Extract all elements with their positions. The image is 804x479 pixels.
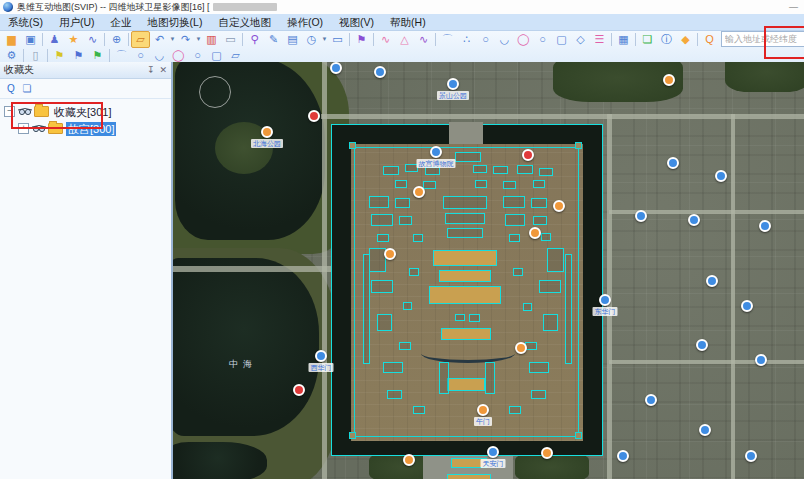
placemark-person-icon[interactable]: ⚲: [245, 31, 264, 48]
dropdown-caret-icon[interactable]: ▼: [195, 36, 202, 42]
map-canvas[interactable]: 中海 故宫博物院景山公园北海公园午门西华门东华门天安门: [173, 62, 804, 479]
curve-purple-icon[interactable]: ∿: [414, 31, 433, 48]
area-select-icon[interactable]: ▱: [131, 31, 150, 48]
menu-item-7[interactable]: 帮助(H): [382, 14, 434, 30]
curve-tool-icon[interactable]: ⌒: [112, 47, 131, 64]
poi-marker-blue[interactable]: [699, 424, 711, 436]
poi-marker-blue[interactable]: [696, 339, 708, 351]
pin-yellow-icon[interactable]: ⚑: [50, 47, 69, 64]
arc2-icon[interactable]: ◡: [495, 31, 514, 48]
settings-gear-icon[interactable]: ⚙: [2, 47, 21, 64]
poi-marker-orange[interactable]: [403, 454, 415, 466]
panel-layers-icon[interactable]: ❏: [19, 81, 35, 96]
poi-marker-orange[interactable]: [529, 227, 541, 239]
poi-marker-red[interactable]: [293, 384, 305, 396]
redo-icon[interactable]: ↷: [176, 31, 195, 48]
info-icon[interactable]: ⓘ: [657, 31, 676, 48]
poi-marker-orange[interactable]: [663, 74, 675, 86]
corner-tower-nw: [349, 142, 356, 149]
poi-marker-blue[interactable]: [759, 220, 771, 232]
poi-marker-blue[interactable]: [745, 450, 757, 462]
ellipse-tool-icon[interactable]: ◯: [169, 47, 188, 64]
poi-marker-orange[interactable]: [477, 404, 489, 416]
poi-marker-blue[interactable]: [706, 275, 718, 287]
circle-tool-icon[interactable]: ○: [131, 47, 150, 64]
pin-green-icon[interactable]: ⚑: [88, 47, 107, 64]
clipboard-icon[interactable]: ▭: [221, 31, 240, 48]
circle2-icon[interactable]: ○: [533, 31, 552, 48]
menu-item-1[interactable]: 用户(U): [51, 14, 103, 30]
triangle-icon[interactable]: △: [395, 31, 414, 48]
ellipse-icon[interactable]: ◯: [514, 31, 533, 48]
poi-marker-blue[interactable]: [688, 214, 700, 226]
poi-marker-red[interactable]: [522, 149, 534, 161]
polygon-icon[interactable]: ◇: [571, 31, 590, 48]
favorites-star-icon[interactable]: ★: [64, 31, 83, 48]
track-icon[interactable]: ∿: [83, 31, 102, 48]
circle-icon[interactable]: ○: [476, 31, 495, 48]
poi-marker-red[interactable]: [308, 110, 320, 122]
dropdown-caret-icon[interactable]: ▼: [169, 36, 176, 42]
pencil-icon[interactable]: ✎: [264, 31, 283, 48]
save-icon[interactable]: ▣: [21, 31, 40, 48]
scatter-icon[interactable]: ∴: [457, 31, 476, 48]
poi-marker-orange[interactable]: [413, 186, 425, 198]
poi-marker-blue[interactable]: [447, 78, 459, 90]
panel-close-icon[interactable]: ✕: [159, 65, 167, 75]
rounded-rect-icon[interactable]: ▢: [552, 31, 571, 48]
panel-pin-icon[interactable]: ↧: [147, 65, 155, 75]
card-icon[interactable]: ▭: [328, 31, 347, 48]
poi-marker-blue[interactable]: [430, 146, 442, 158]
poi-marker-blue[interactable]: [645, 394, 657, 406]
poi-marker-orange[interactable]: [515, 342, 527, 354]
pin-blue-icon[interactable]: ⚑: [69, 47, 88, 64]
history-clock-icon[interactable]: ◷: [302, 31, 321, 48]
bars-icon[interactable]: ☰: [590, 31, 609, 48]
menu-item-3[interactable]: 地图切换(L): [140, 14, 211, 30]
menu-item-6[interactable]: 视图(V): [331, 14, 382, 30]
menu-item-2[interactable]: 企业: [103, 14, 140, 30]
poi-marker-blue[interactable]: [315, 350, 327, 362]
menu-item-4[interactable]: 自定义地图: [210, 14, 279, 30]
panel-search-icon[interactable]: Q: [3, 81, 19, 96]
poi-marker-blue[interactable]: [374, 66, 386, 78]
poi-marker-blue[interactable]: [487, 446, 499, 458]
search-icon[interactable]: Q: [700, 31, 719, 48]
user-icon[interactable]: ♟: [45, 31, 64, 48]
arc-tool-icon[interactable]: ◡: [150, 47, 169, 64]
vip-gem-icon[interactable]: ◆: [676, 31, 695, 48]
poi-marker-blue[interactable]: [715, 170, 727, 182]
globe-icon[interactable]: ⊕: [107, 31, 126, 48]
poi-marker-orange[interactable]: [553, 200, 565, 212]
poi-marker-blue[interactable]: [617, 450, 629, 462]
poi-marker-blue[interactable]: [667, 157, 679, 169]
rounded-rect-tool-icon[interactable]: ▢: [207, 47, 226, 64]
arc-icon[interactable]: ⌒: [438, 31, 457, 48]
palace-building-outline: [455, 314, 465, 321]
poi-marker-blue[interactable]: [599, 294, 611, 306]
grid-table-icon[interactable]: ▦: [614, 31, 633, 48]
delete-icon[interactable]: ▥: [202, 31, 221, 48]
poi-marker-blue[interactable]: [635, 210, 647, 222]
page-icon[interactable]: ▯: [26, 47, 45, 64]
menu-item-0[interactable]: 系统(S): [0, 14, 51, 30]
dropdown-caret-icon[interactable]: ▼: [321, 36, 328, 42]
minimize-button[interactable]: —: [789, 2, 798, 12]
poi-marker-blue[interactable]: [741, 300, 753, 312]
circle2-tool-icon[interactable]: ○: [188, 47, 207, 64]
poi-marker-orange[interactable]: [261, 126, 273, 138]
chat-icon[interactable]: ❏: [638, 31, 657, 48]
menu-item-5[interactable]: 操作(O): [279, 14, 331, 30]
printer-icon[interactable]: ▤: [283, 31, 302, 48]
palace-building-outline: [423, 181, 436, 189]
polyline-pink-icon[interactable]: ∿: [376, 31, 395, 48]
poi-marker-orange[interactable]: [541, 447, 553, 459]
quad-tool-icon[interactable]: ▱: [226, 47, 245, 64]
pushpin-icon[interactable]: ⚑: [352, 31, 371, 48]
poi-label: 故宫博物院: [417, 159, 456, 168]
poi-marker-blue[interactable]: [330, 62, 342, 74]
open-folder-icon[interactable]: ▆: [2, 31, 21, 48]
poi-marker-orange[interactable]: [384, 248, 396, 260]
undo-icon[interactable]: ↶: [150, 31, 169, 48]
poi-marker-blue[interactable]: [755, 354, 767, 366]
